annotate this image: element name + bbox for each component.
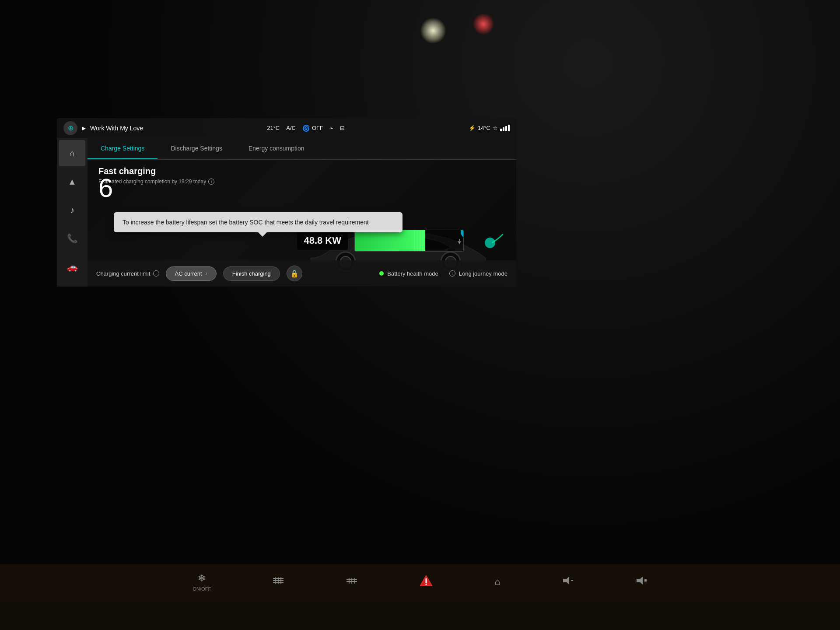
sidebar: ⌂ ▲ ♪ 📞 🚗 — [57, 138, 88, 287]
battery-health-dot — [379, 271, 384, 276]
lock-circle-icon[interactable]: 🔒 — [461, 230, 464, 239]
system-bar: ❄ ON/OFF — [0, 564, 840, 599]
bottom-bar — [0, 599, 840, 630]
sys-btn-defrost-rear[interactable] — [272, 576, 284, 588]
ac-current-button[interactable]: AC current › — [166, 266, 217, 281]
sidebar-item-phone[interactable]: 📞 — [59, 225, 85, 252]
music-icon: ♪ — [70, 205, 74, 215]
sidebar-item-home[interactable]: ⌂ — [59, 140, 85, 166]
battery-icon: ⚡ — [469, 125, 476, 131]
bottom-controls: Charging current limit i AC current › Fi… — [88, 260, 516, 287]
battery-bar: ⏚ 🔒 — [354, 230, 464, 252]
volume-down-icon — [561, 576, 574, 588]
info-icon-subtitle[interactable]: i — [208, 178, 214, 185]
chevron-right-icon: › — [206, 270, 207, 276]
fan-icon: 🌀 — [302, 125, 310, 132]
svg-point-19 — [426, 584, 427, 585]
mode-indicators: Battery health mode i Long journey mode — [379, 270, 508, 277]
bluetooth-icon: ☆ — [493, 125, 498, 131]
media-icon[interactable]: ⊟ — [340, 125, 345, 131]
sidebar-item-vehicle[interactable]: 🚗 — [59, 254, 85, 280]
tune-icon: ⊕ — [68, 124, 74, 132]
bokeh-light-left — [420, 18, 446, 44]
sys-btn-vol-down[interactable] — [561, 576, 574, 588]
power-reading: 48.8 KW — [297, 231, 348, 250]
finish-charging-button[interactable]: Finish charging — [223, 266, 280, 281]
status-bar: ⊕ ▶ Work With My Love 21°C A/C 🌀 A/C OFF… — [57, 118, 516, 138]
home-sys-icon: ⌂ — [494, 576, 500, 588]
battery-plug-icon: ⏚ — [458, 237, 461, 244]
svg-marker-20 — [563, 577, 569, 584]
background — [0, 0, 840, 630]
battery-health-mode[interactable]: Battery health mode — [379, 270, 438, 277]
current-limit-label: Charging current limit i — [96, 270, 159, 277]
phone-icon: 📞 — [67, 233, 78, 244]
ac-status[interactable]: A/C — [286, 125, 296, 131]
svg-marker-22 — [637, 577, 643, 584]
temperature-display: 21°C — [267, 125, 280, 131]
fan-label: ON/OFF — [193, 586, 211, 592]
status-center: 21°C A/C 🌀 A/C OFF ⌁ ⊟ — [267, 125, 345, 132]
fan-status[interactable]: 🌀 A/C OFF — [302, 125, 323, 132]
info-icon-journey[interactable]: i — [449, 270, 455, 276]
sidebar-item-music[interactable]: ♪ — [59, 197, 85, 223]
tooltip-box: To increase the battery lifespan set the… — [114, 212, 402, 232]
info-icon-current[interactable]: i — [153, 270, 159, 276]
navigation-icon: ▲ — [68, 177, 77, 187]
battery-display: 48.8 KW ⏚ 🔒 — [297, 230, 464, 252]
hazard-icon — [419, 574, 433, 589]
section-title: Fast charging — [98, 166, 505, 176]
tooltip-text: To increase the battery lifespan set the… — [122, 219, 369, 226]
tooltip-tail — [258, 232, 267, 237]
vehicle-icon: 🚗 — [67, 262, 78, 272]
battery-pattern — [414, 230, 427, 251]
tab-discharge-settings[interactable]: Discharge Settings — [158, 138, 235, 159]
svg-point-5 — [485, 238, 495, 248]
track-name: Work With My Love — [90, 125, 143, 132]
battery-fill — [355, 230, 425, 251]
sidebar-item-navigation[interactable]: ▲ — [59, 168, 85, 195]
tune-button[interactable]: ⊕ — [63, 121, 77, 135]
battery-status: ⚡ 14°C ☆ — [469, 125, 510, 131]
fan-sys-icon: ❄ — [198, 573, 206, 584]
sys-btn-fan[interactable]: ❄ ON/OFF — [193, 573, 211, 592]
status-left: ⊕ ▶ Work With My Love — [63, 121, 143, 135]
sys-btn-vol-up[interactable] — [635, 576, 647, 588]
signal-bars — [500, 125, 510, 131]
long-journey-mode[interactable]: i Long journey mode — [449, 270, 508, 277]
content-area: Charge Settings Discharge Settings Energ… — [88, 138, 516, 287]
link-icon[interactable]: ⌁ — [330, 125, 333, 131]
tab-charge-settings[interactable]: Charge Settings — [88, 138, 158, 159]
volume-up-icon — [635, 576, 647, 588]
tab-energy-consumption[interactable]: Energy consumption — [235, 138, 318, 159]
tab-bar: Charge Settings Discharge Settings Energ… — [88, 138, 516, 160]
section-subtitle: Estimated charging completion by 19:29 t… — [98, 178, 505, 185]
sys-btn-defrost-front[interactable] — [346, 576, 358, 588]
lock-button[interactable]: 🔒 — [287, 266, 302, 281]
car-section: Fast charging Estimated charging complet… — [88, 160, 516, 287]
sys-btn-hazard[interactable] — [419, 574, 433, 589]
defrost-front-icon — [346, 576, 358, 588]
home-icon: ⌂ — [70, 148, 75, 158]
sys-btn-home[interactable]: ⌂ — [494, 576, 500, 588]
defrost-rear-icon — [272, 576, 284, 588]
lock-button-icon: 🔒 — [290, 270, 299, 278]
soc-number: 6 — [98, 175, 113, 201]
status-right: ⚡ 14°C ☆ — [469, 125, 510, 131]
bokeh-light-right — [472, 13, 494, 35]
play-icon[interactable]: ▶ — [82, 125, 86, 131]
